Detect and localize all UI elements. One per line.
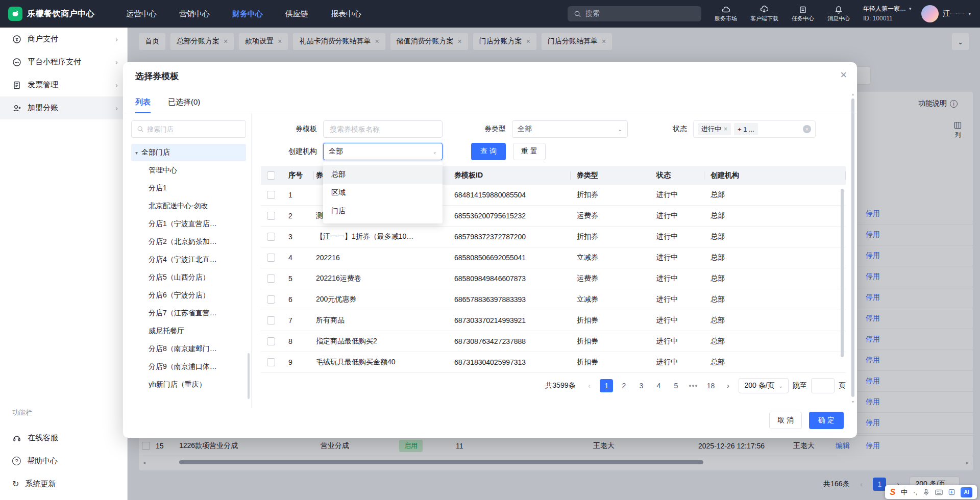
coupon-type-select[interactable]: 全部 ⌄ — [512, 120, 628, 138]
ime-logo[interactable]: S — [890, 488, 895, 497]
keyboard-icon[interactable] — [935, 489, 943, 495]
tree-node[interactable]: 分店8（南京建邺门… — [131, 340, 246, 358]
dropdown-option-store[interactable]: 门店 — [323, 202, 443, 220]
sidebar-item-help-center[interactable]: ? 帮助中心 — [0, 449, 127, 472]
tree-node[interactable]: yh新门店（重庆） — [131, 376, 246, 393]
table-row[interactable]: 3 【汪一一】1折券（最多减10… 685798372372787200 折扣券… — [261, 227, 846, 247]
mic-icon[interactable] — [923, 489, 929, 496]
ai-assistant-button[interactable]: AI — [961, 487, 972, 497]
row-checkbox[interactable] — [267, 191, 275, 199]
user-menu[interactable]: 汪一一 ▾ — [921, 5, 971, 22]
tree-node[interactable]: 分店1 — [131, 179, 246, 197]
row-checkbox[interactable] — [267, 358, 275, 366]
create-org-select[interactable]: 全部 ⌄ — [323, 143, 443, 160]
tree-node[interactable]: 北京配送中心-勿改 — [131, 197, 246, 215]
quick-service-market[interactable]: 服务市场 — [715, 6, 737, 22]
coupon-template-search-input[interactable] — [323, 120, 443, 138]
jump-label: 跳至 — [793, 381, 807, 390]
tab-selected[interactable]: 已选择(0) — [168, 97, 200, 113]
ime-punctuation[interactable]: ·, — [913, 488, 917, 496]
row-checkbox[interactable] — [267, 295, 275, 304]
sidebar-item-merchant-pay[interactable]: 商户支付 › — [0, 28, 127, 51]
header-org: 创建机构 — [704, 166, 846, 185]
status-multiselect[interactable]: 进行中 × + 1 ... × — [693, 120, 816, 138]
page-number[interactable]: 3 — [634, 379, 648, 392]
nav-item-operations[interactable]: 运营中心 — [126, 9, 157, 19]
page-size-select[interactable]: 200 条/页 ⌄ — [739, 378, 789, 393]
tree-node[interactable]: 分店9（南京浦口体… — [131, 358, 246, 376]
chevron-right-icon: › — [115, 104, 118, 112]
table-row[interactable]: 8 指定商品最低购买2 687308763427237888 折扣券 进行中 总… — [261, 331, 846, 352]
close-icon[interactable]: × — [840, 69, 847, 81]
next-page-button[interactable]: › — [721, 379, 734, 392]
row-checkbox[interactable] — [267, 274, 275, 283]
row-checkbox[interactable] — [267, 316, 275, 324]
tree-node[interactable]: 分店4（宁波江北直… — [131, 251, 246, 268]
tree-node[interactable]: 分店2（北京奶茶加… — [131, 233, 246, 251]
tree-node[interactable]: 分店7（江苏省直营… — [131, 304, 246, 322]
page-number[interactable]: 2 — [617, 379, 630, 392]
scrollbar-thumb[interactable] — [841, 189, 844, 357]
cancel-button[interactable]: 取 消 — [769, 412, 802, 429]
clear-icon[interactable]: × — [803, 125, 811, 133]
sidebar-item-franchise-split[interactable]: 加盟分账 › — [0, 96, 127, 119]
tenant-switcher[interactable]: 年轻人第一家… ▾ ID: 100011 — [863, 4, 912, 23]
tree-node[interactable]: 威尼托餐厅 — [131, 322, 246, 340]
tree-node[interactable]: 分店1（宁波直营店… — [131, 215, 246, 233]
page-number[interactable]: 18 — [704, 379, 717, 392]
user-name: 汪一一 — [943, 9, 964, 18]
dropdown-option-region[interactable]: 区域 — [323, 184, 443, 202]
tree-node[interactable]: 分店6（宁波分店） — [131, 286, 246, 304]
table-row[interactable]: 9 毛绒玩具最低购买金额40 687318304025997313 折扣券 进行… — [261, 352, 846, 373]
quick-task-center[interactable]: 任务中心 — [792, 6, 814, 22]
sidebar-item-online-service[interactable]: 在线客服 — [0, 427, 127, 449]
scrollbar-thumb[interactable] — [248, 353, 250, 399]
store-search-input[interactable] — [147, 126, 240, 133]
tenant-name: 年轻人第一家… — [863, 4, 906, 14]
reset-button[interactable]: 重 置 — [513, 143, 546, 160]
tree-node-all-stores[interactable]: ▾ 全部门店 — [131, 144, 246, 161]
tab-list[interactable]: 列表 — [135, 97, 151, 113]
query-button[interactable]: 查 询 — [471, 143, 506, 160]
page-number[interactable]: 4 — [652, 379, 665, 392]
jump-page-input[interactable] — [811, 378, 835, 393]
table-row[interactable]: 5 202216运费卷 685809849846607873 运费券 进行中 总… — [261, 268, 846, 289]
dropdown-option-hq[interactable]: 总部 — [323, 165, 443, 184]
scroll-down-icon[interactable]: ▾ — [850, 399, 855, 404]
toolbox-icon[interactable] — [948, 489, 955, 495]
avatar — [921, 5, 939, 22]
table-row[interactable]: 7 所有商品 687303370214993921 折扣券 进行中 总部 — [261, 310, 846, 331]
row-checkbox[interactable] — [267, 337, 275, 345]
sidebar-item-system-update[interactable]: ↻ 系统更新 — [0, 472, 127, 495]
remove-tag-icon[interactable]: × — [724, 126, 727, 133]
coupon-list-panel: 券模板 券类型 全部 ⌄ 状态 进行中 × + 1 ... — [252, 113, 857, 408]
sidebar-item-miniprogram-pay[interactable]: 平台小程序支付 › — [0, 51, 127, 73]
scroll-up-icon[interactable]: ▴ — [850, 92, 855, 96]
nav-item-marketing[interactable]: 营销中心 — [179, 9, 210, 19]
page-number[interactable]: 1 — [600, 379, 613, 392]
nav-item-finance[interactable]: 财务中心 — [232, 9, 263, 19]
tree-node[interactable]: 管理中心 — [131, 161, 246, 179]
row-checkbox[interactable] — [267, 212, 275, 220]
scrollbar-thumb[interactable] — [851, 98, 854, 397]
franchise-split-icon — [12, 104, 21, 113]
table-row[interactable]: 6 200元优惠券 686578836397883393 立减券 进行中 总部 — [261, 289, 846, 310]
navbar-search-input[interactable]: 搜索 — [568, 6, 701, 21]
ime-mode[interactable]: 中 — [901, 488, 908, 497]
sidebar-item-invoice[interactable]: 发票管理 › — [0, 73, 127, 96]
nav-item-reports[interactable]: 报表中心 — [331, 9, 361, 19]
row-checkbox[interactable] — [267, 233, 275, 241]
brand-title: 乐檬餐饮商户中心 — [27, 9, 94, 19]
table-row[interactable]: 4 202216 685808506692055041 立减券 进行中 总部 — [261, 247, 846, 268]
quick-client-download[interactable]: 客户端下载 — [750, 6, 778, 22]
header-id: 券模板ID — [454, 166, 571, 185]
prev-page-button[interactable]: ‹ — [582, 379, 596, 392]
select-all-checkbox[interactable] — [267, 171, 275, 180]
page-number[interactable]: 5 — [669, 379, 682, 392]
nav-item-supply-chain[interactable]: 供应链 — [285, 9, 308, 19]
store-tree-panel: ▾ 全部门店 管理中心 分店1 北京配送中心-勿改 分店1（宁波直营店… 分店2… — [123, 113, 252, 408]
row-checkbox[interactable] — [267, 254, 275, 262]
quick-message-center[interactable]: 消息中心 — [827, 6, 850, 22]
tree-node[interactable]: 分店5（山西分店） — [131, 268, 246, 286]
confirm-button[interactable]: 确 定 — [809, 412, 844, 429]
